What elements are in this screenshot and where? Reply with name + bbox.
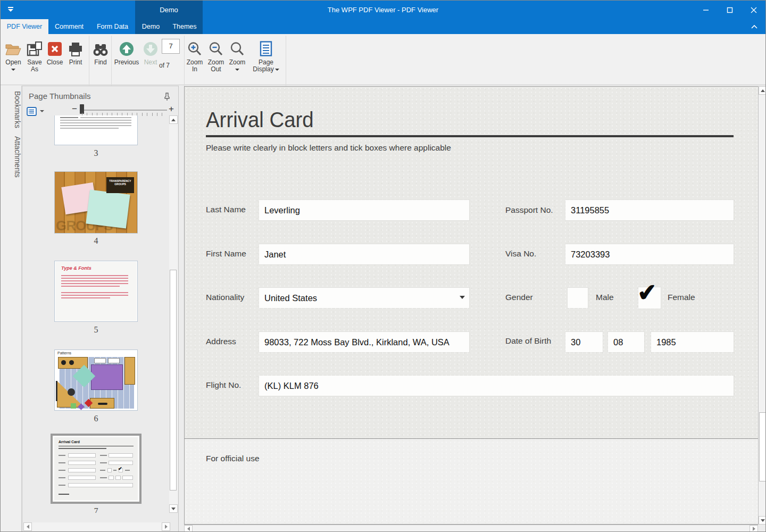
- triangle-down-icon: [171, 508, 176, 510]
- passport-no-field[interactable]: 31195855: [565, 200, 734, 220]
- scrollbar-corner: [758, 525, 766, 532]
- maximize-icon: [727, 7, 733, 13]
- document-horizontal-scrollbar[interactable]: [184, 525, 758, 532]
- dob-year-field[interactable]: 1985: [651, 332, 734, 352]
- thumbnail-page-4[interactable]: GROUPS TRANSPARENCY GROUPS 4: [54, 171, 138, 234]
- sidebar-tab-attachments[interactable]: Attachments: [1, 136, 22, 178]
- scroll-left-button[interactable]: [23, 522, 32, 531]
- tab-form-data[interactable]: Form Data: [90, 19, 135, 34]
- close-icon: [751, 7, 757, 13]
- passport-no-label: Passport No.: [505, 205, 553, 215]
- dob-day-field[interactable]: 30: [565, 332, 603, 352]
- page-4-preview: GROUPS TRANSPARENCY GROUPS: [54, 171, 138, 234]
- date-of-birth-label: Date of Birth: [505, 336, 551, 346]
- find-button[interactable]: Find: [91, 37, 110, 82]
- pin-button[interactable]: [163, 93, 172, 101]
- doc-scroll-right-button[interactable]: [750, 525, 758, 532]
- thumbnail-page-6[interactable]: Patterns: [54, 350, 138, 411]
- list-view-icon: [27, 107, 37, 116]
- close-document-icon: [47, 41, 62, 56]
- address-field[interactable]: 98033, 722 Moss Bay Blvd., Kirkland, WA,…: [259, 332, 469, 352]
- address-label: Address: [206, 337, 236, 346]
- doc-scroll-up-button[interactable]: [759, 86, 766, 95]
- print-button[interactable]: Print: [65, 37, 86, 82]
- pin-icon: [163, 93, 171, 101]
- gender-female-checkbox[interactable]: ✔: [638, 287, 661, 309]
- page-number-input[interactable]: 7: [162, 39, 180, 54]
- previous-page-button[interactable]: Previous: [113, 37, 140, 82]
- page-5-label: 5: [54, 325, 138, 335]
- tab-comment[interactable]: Comment: [48, 19, 90, 34]
- close-window-button[interactable]: [742, 1, 765, 19]
- first-name-field[interactable]: Janet: [259, 244, 469, 264]
- page-5-preview: Type & Fonts: [54, 261, 138, 322]
- doc-scroll-down-button[interactable]: [759, 516, 766, 525]
- thumbnail-zoom-out[interactable]: −: [72, 104, 77, 114]
- thumbnail-zoom-in[interactable]: +: [169, 104, 174, 114]
- zoom-dropdown-icon: [235, 69, 239, 71]
- open-button[interactable]: Open: [3, 37, 24, 82]
- chevron-up-icon: [751, 24, 757, 29]
- scroll-down-button[interactable]: [169, 504, 178, 513]
- thumbnail-list: 3 GROUPS TRANSPARENCY GROUPS 4 Type & Fo…: [22, 115, 170, 513]
- gender-male-checkbox[interactable]: [568, 288, 588, 308]
- ribbon-collapse-button[interactable]: [748, 21, 760, 32]
- zoom-icon: [230, 41, 245, 56]
- page-display-button[interactable]: Page Display: [249, 37, 282, 82]
- last-name-field[interactable]: Leverling: [259, 200, 469, 220]
- visa-no-field[interactable]: 73203393: [565, 244, 734, 264]
- zoom-out-button[interactable]: Zoom Out: [206, 37, 226, 82]
- find-binoculars-icon: [93, 43, 109, 56]
- minimize-button[interactable]: [694, 1, 718, 19]
- zoom-in-icon: [187, 41, 202, 56]
- page-3-preview: [54, 115, 138, 145]
- next-arrow-icon: [143, 41, 158, 56]
- thumbnail-page-3[interactable]: 3: [54, 115, 138, 145]
- last-name-label: Last Name: [206, 205, 246, 214]
- zoom-in-button[interactable]: Zoom In: [185, 37, 204, 82]
- print-icon: [68, 42, 83, 56]
- thumbnails-horizontal-scrollbar[interactable]: [23, 522, 170, 531]
- page-7-preview: Arrival Card ✔: [54, 437, 138, 500]
- tab-demo[interactable]: Demo: [135, 19, 166, 34]
- thumbnail-page-7-selected[interactable]: Arrival Card ✔: [51, 434, 141, 504]
- scrollbar-thumb[interactable]: [170, 270, 177, 491]
- triangle-down-icon: [761, 519, 765, 522]
- zoom-dropdown-button[interactable]: Zoom: [228, 37, 247, 82]
- pdf-viewer-window: The WPF PDF Viewer - PDF Viewer Demo PDF…: [0, 0, 766, 532]
- document-view: Arrival Card Please write clearly in blo…: [184, 86, 759, 525]
- visa-no-label: Visa No.: [505, 249, 536, 259]
- page-6-preview: Patterns: [54, 350, 138, 411]
- dob-month-field[interactable]: 08: [608, 332, 644, 352]
- panel-title: Page Thumbnails: [29, 92, 90, 101]
- page-thumbnails-panel: Page Thumbnails − +: [22, 86, 179, 532]
- flight-no-field[interactable]: (KL) KLM 876: [259, 376, 734, 396]
- first-name-label: First Name: [206, 249, 246, 259]
- doc-scroll-left-button[interactable]: [184, 525, 193, 532]
- scroll-right-button[interactable]: [162, 522, 170, 531]
- page-display-dropdown-icon: [275, 69, 279, 71]
- maximize-button[interactable]: [718, 1, 742, 19]
- thumbnail-page-5[interactable]: Type & Fonts 5: [54, 261, 138, 322]
- triangle-left-icon: [187, 527, 190, 531]
- close-document-button[interactable]: Close: [45, 37, 64, 82]
- scroll-up-button[interactable]: [169, 115, 178, 124]
- doc-scrollbar-thumb[interactable]: [759, 412, 766, 481]
- page-display-icon: [259, 41, 273, 56]
- minimize-icon: [703, 7, 709, 13]
- document-vertical-scrollbar[interactable]: [758, 86, 766, 525]
- tab-pdf-viewer[interactable]: PDF Viewer: [1, 19, 48, 34]
- official-use-zone: For official use: [185, 439, 758, 524]
- tab-themes[interactable]: Themes: [166, 19, 203, 34]
- page-count-label: of 7: [159, 62, 182, 69]
- dropdown-arrow-icon: [460, 296, 465, 299]
- open-dropdown-icon: [11, 69, 15, 71]
- thumbnail-size-slider-track[interactable]: [81, 110, 167, 111]
- thumbnails-vertical-scrollbar[interactable]: [169, 115, 178, 513]
- save-as-button[interactable]: Save As: [24, 37, 45, 82]
- next-page-button[interactable]: Next: [140, 37, 161, 82]
- gender-male-label: Male: [596, 293, 614, 302]
- gender-female-label: Female: [668, 293, 695, 302]
- nationality-dropdown[interactable]: United States: [259, 288, 469, 308]
- sidebar-tab-bookmarks[interactable]: Bookmarks: [1, 91, 22, 128]
